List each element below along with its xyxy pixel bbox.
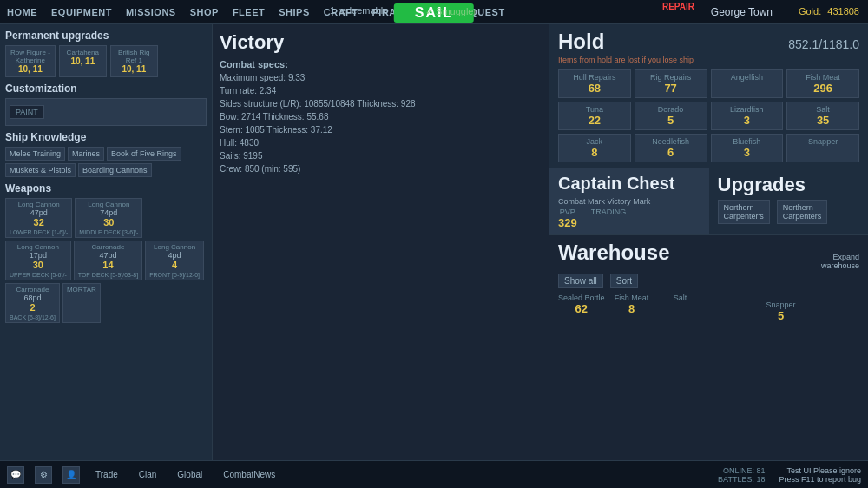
upgrades-right-title: Upgrades xyxy=(718,174,860,196)
upgrades-right-section: Upgrades Northern Carpenter's Northern C… xyxy=(709,168,869,235)
nav-ships[interactable]: SHIPS xyxy=(279,7,310,17)
upgrade-sub-0: Katherine xyxy=(10,56,50,64)
warehouse-title: Warehouse xyxy=(558,241,669,265)
nav-fleet[interactable]: FLEET xyxy=(233,7,265,17)
right-panel: Hold 852.1/1181.0 Items from hold are lo… xyxy=(549,24,868,460)
knowledge-muskets: Muskets & Pistols xyxy=(5,163,76,177)
test-label: Test UI Please ignore xyxy=(779,466,861,475)
chest-upgrades-row: Captain Chest Combat Mark Victory Mark P… xyxy=(549,168,868,235)
hold-item-dorado: Dorado 5 xyxy=(635,102,707,130)
battles-count: BATTLES: 18 xyxy=(718,475,765,484)
press-label: Press F11 to report bug xyxy=(779,475,861,484)
nav-missions[interactable]: MISSIONS xyxy=(126,7,176,17)
settings-icon[interactable]: ⚙ xyxy=(35,466,52,484)
repair-badge: REPAIR xyxy=(662,2,694,11)
specs-text: Maximum speed: 9.33 Turn rate: 2.34 Side… xyxy=(220,71,542,175)
hold-item-jack: Jack 8 xyxy=(558,134,631,162)
knowledge-boarding: Boarding Cannons xyxy=(78,163,152,177)
upgrade-label-0: Row Figure - xyxy=(10,49,50,56)
customization-area: PAINT xyxy=(5,98,207,126)
expand-warehouse-button[interactable]: Expand warehouse xyxy=(821,253,859,270)
cannons-row: Long Cannon 47pd 32 LOWER DECK [1-6]/- L… xyxy=(5,198,207,323)
ship-knowledge-title: Ship Knowledge xyxy=(5,131,207,143)
knowledge-rings: Book of Five Rings xyxy=(107,147,181,161)
gold-label: Gold: xyxy=(799,6,821,16)
knowledge-marines: Marines xyxy=(68,147,104,161)
tab-trade[interactable]: Trade xyxy=(90,468,123,481)
hold-header: Hold 852.1/1181.0 xyxy=(558,30,859,54)
nav-shop[interactable]: SHOP xyxy=(190,7,219,17)
hold-item-tuna: Tuna 22 xyxy=(558,102,631,130)
gold-display: Gold: 431808 xyxy=(799,6,859,16)
warehouse-controls: Show all Sort xyxy=(558,274,859,288)
warehouse-item-fish-meat: Fish Meat 8 xyxy=(610,293,654,322)
hold-item-needlefish: Needlefish 6 xyxy=(635,134,707,162)
top-nav: HOME EQUIPMENT MISSIONS SHOP FLEET SHIPS… xyxy=(0,0,868,24)
chat-icon[interactable]: 💬 xyxy=(7,466,24,484)
cannon-3: Carronade 47pd 14 TOP DECK [5-9]/03-8] xyxy=(74,241,142,280)
hold-item-lizardfish: Lizardfish 3 xyxy=(711,102,784,130)
hold-item-rig-repairs: Rig Repairs 77 xyxy=(635,69,707,98)
upgrade-item-1: Northern Carpenters xyxy=(777,200,828,224)
bottom-bar: 💬 ⚙ 👤 Trade Clan Global CombatNews ONLIN… xyxy=(0,460,868,488)
left-panel: Permanent upgrades Row Figure - Katherin… xyxy=(0,24,213,460)
hold-item-fish-meat: Fish Meat 296 xyxy=(786,69,859,98)
nav-home[interactable]: HOME xyxy=(7,7,37,17)
warehouse-item-snapper: Snapper 5 xyxy=(760,300,803,322)
upgrades-items: Northern Carpenter's Northern Carpenters xyxy=(718,200,860,224)
upgrade-value-1: 10, 11 xyxy=(64,56,102,66)
upgrade-row-figure: Row Figure - Katherine 10, 11 xyxy=(5,45,56,77)
cannon-mortar: MORTAR xyxy=(62,283,101,323)
chest-trading: TRADING xyxy=(591,208,627,229)
tab-global[interactable]: Global xyxy=(172,468,207,481)
cannon-0: Long Cannon 47pd 32 LOWER DECK [1-6]/- xyxy=(5,198,72,238)
upgrade-sub-2: Ref 1 xyxy=(115,56,153,64)
warehouse-header: Warehouse Expand warehouse xyxy=(558,241,859,270)
customization-title: Customization xyxy=(5,82,207,95)
knowledge-melee: Melee Training xyxy=(5,147,65,161)
chest-mark: Combat Mark Victory Mark xyxy=(558,197,700,206)
knowledge-row: Melee Training Marines Book of Five Ring… xyxy=(5,147,207,177)
cannon-5: Carronade 68pd 2 BACK [6-8]/12-6] xyxy=(5,283,60,323)
players-icon[interactable]: 👤 xyxy=(62,466,80,484)
online-count: ONLINE: 81 xyxy=(718,466,765,475)
upgrade-label-2: British Rig xyxy=(115,49,153,56)
captain-chest: Captain Chest Combat Mark Victory Mark P… xyxy=(549,168,709,235)
smuggler-badge: ✓ Smuggler xyxy=(425,6,477,17)
hold-item-bluefish: Bluefish 3 xyxy=(711,134,784,162)
hold-item-salt: Salt 35 xyxy=(786,102,859,130)
online-info: ONLINE: 81 BATTLES: 18 xyxy=(718,466,765,484)
sort-button[interactable]: Sort xyxy=(610,274,638,288)
gold-value: 431808 xyxy=(827,6,859,16)
main-content: Permanent upgrades Row Figure - Katherin… xyxy=(0,24,868,460)
hold-capacity: 852.1/1181.0 xyxy=(788,37,859,51)
nav-equipment[interactable]: EQUIPMENT xyxy=(51,7,112,17)
hold-item-angelfish: Angelfish xyxy=(711,69,784,98)
hold-section: Hold 852.1/1181.0 Items from hold are lo… xyxy=(549,24,868,168)
permanent-upgrades-title: Permanent upgrades xyxy=(5,30,207,42)
bottom-right: ONLINE: 81 BATTLES: 18 Test UI Please ig… xyxy=(718,466,861,484)
middle-panel: Victory Combat specs: Maximum speed: 9.3… xyxy=(213,24,549,460)
upgrade-value-2: 10, 11 xyxy=(115,64,153,74)
chest-pvp: PVP 329 xyxy=(558,208,577,229)
hold-item-snapper: Snapper xyxy=(786,134,859,162)
paint-button[interactable]: PAINT xyxy=(10,105,44,119)
cannon-2: Long Cannon 17pd 30 UPPER DECK [5-6]/- xyxy=(5,241,71,280)
tab-combat-news[interactable]: CombatNews xyxy=(218,468,280,481)
warehouse-grid: Sealed Bottle 62 Fish Meat 8 Salt Snappe… xyxy=(558,293,859,322)
location-label: George Town xyxy=(711,6,773,18)
combat-specs-title: Combat specs: xyxy=(220,59,542,69)
upgrade-british-rig: British Rig Ref 1 10, 11 xyxy=(110,45,158,77)
cannon-1: Long Cannon 74pd 30 MIDDLE DECK [3-6]/- xyxy=(75,198,142,238)
hold-item-hull-repairs: Hull Repairs 68 xyxy=(558,69,631,98)
tab-clan[interactable]: Clan xyxy=(134,468,162,481)
show-all-button[interactable]: Show all xyxy=(558,274,603,288)
hold-warning: Items from hold are lost if you lose shi… xyxy=(558,56,859,64)
upgrade-cartahena: Cartahena 10, 11 xyxy=(59,45,107,77)
test-info: Test UI Please ignore Press F11 to repor… xyxy=(779,466,861,484)
redeemable-badge: 1 redeemable xyxy=(330,5,388,16)
warehouse-item-salt: Salt xyxy=(659,293,702,322)
upgrade-label-1: Cartahena xyxy=(64,49,102,56)
upgrades-row: Row Figure - Katherine 10, 11 Cartahena … xyxy=(5,45,207,77)
warehouse-item-sealed-bottle: Sealed Bottle 62 xyxy=(558,293,605,322)
